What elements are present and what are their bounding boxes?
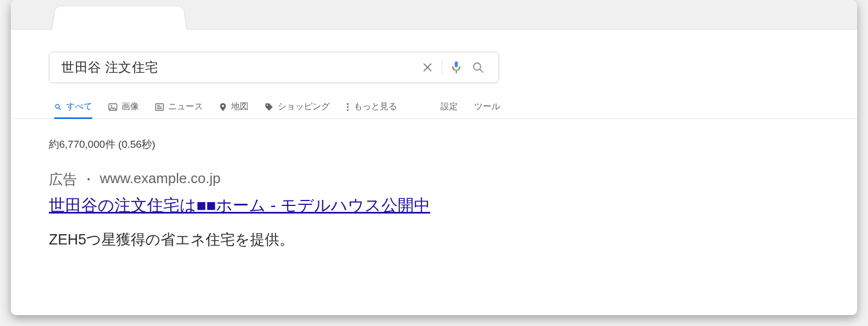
settings-label: 設定 <box>441 101 458 112</box>
tab-shopping[interactable]: ショッピング <box>265 95 330 118</box>
svg-line-3 <box>480 70 483 72</box>
svg-point-16 <box>347 109 348 111</box>
svg-point-2 <box>474 63 481 70</box>
tab-more[interactable]: もっと見る <box>346 95 397 118</box>
image-icon <box>108 103 117 111</box>
tab-maps-label: 地図 <box>231 101 248 112</box>
browser-window: すべて 画像 ニュース <box>11 0 857 315</box>
tab-maps[interactable]: 地図 <box>219 95 248 118</box>
voice-search-icon[interactable] <box>445 57 467 78</box>
ad-description: ZEH5つ星獲得の省エネ住宅を提供。 <box>49 230 646 249</box>
svg-point-15 <box>347 106 348 108</box>
ad-label: 広告 <box>49 170 77 189</box>
svg-point-7 <box>111 105 112 106</box>
more-vertical-icon <box>346 103 349 111</box>
page-content: すべて 画像 ニュース <box>11 30 857 249</box>
tab-news-label: ニュース <box>168 101 203 112</box>
tab-images-label: 画像 <box>122 101 139 112</box>
svg-point-13 <box>266 104 267 105</box>
link-settings[interactable]: 設定 <box>441 95 458 118</box>
svg-point-12 <box>222 105 224 107</box>
tab-all-label: すべて <box>66 101 92 112</box>
tools-label: ツール <box>474 101 500 112</box>
news-icon <box>155 103 164 111</box>
ad-url-line: 広告 ・ www.example.co.jp <box>49 170 646 189</box>
ad-title-link[interactable]: 世田谷の注文住宅は■■ホーム - モデルハウス公開中 <box>49 195 430 217</box>
search-icon[interactable] <box>467 57 489 78</box>
tab-images[interactable]: 画像 <box>108 95 139 118</box>
clear-icon[interactable] <box>417 57 438 78</box>
ad-url: www.example.co.jp <box>100 170 221 189</box>
tag-icon <box>265 103 273 111</box>
tab-more-label: もっと見る <box>354 101 397 112</box>
search-box <box>49 52 499 83</box>
link-tools[interactable]: ツール <box>474 95 500 118</box>
search-tabs: すべて 画像 ニュース <box>11 95 857 119</box>
tab-shopping-label: ショッピング <box>278 101 330 112</box>
ad-separator-dot: ・ <box>81 170 95 189</box>
map-pin-icon <box>219 103 227 111</box>
ad-result: 広告 ・ www.example.co.jp 世田谷の注文住宅は■■ホーム - … <box>49 170 646 249</box>
svg-rect-0 <box>455 61 458 67</box>
search-small-icon <box>54 103 62 111</box>
tab-news[interactable]: ニュース <box>155 95 203 118</box>
search-input[interactable] <box>61 60 417 75</box>
browser-tab[interactable] <box>52 6 187 30</box>
result-stats: 約6,770,000件 (0.56秒) <box>49 137 819 152</box>
browser-tab-strip <box>11 0 857 30</box>
svg-point-14 <box>347 103 348 104</box>
tab-all[interactable]: すべて <box>54 95 92 118</box>
svg-line-5 <box>59 108 61 109</box>
separator <box>442 60 442 75</box>
